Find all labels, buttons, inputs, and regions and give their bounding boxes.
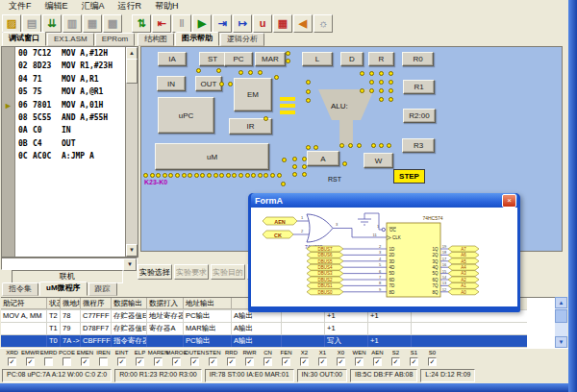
toolbar-button[interactable]: ⇊	[42, 14, 62, 33]
close-icon[interactable]: ×	[502, 194, 516, 208]
signal-checkbox[interactable]: ✓	[209, 357, 217, 366]
data-tab[interactable]: 指令集	[2, 282, 38, 296]
panel-tab[interactable]: EX1.ASM	[47, 33, 94, 46]
toolbar-button[interactable]: ▨	[2, 14, 21, 33]
forma-title-bar[interactable]: FormA ×	[251, 193, 517, 208]
signal-checkbox[interactable]: ✓	[245, 357, 254, 366]
experiment-button[interactable]: 实验要求	[174, 264, 209, 280]
table-scrollbar[interactable]: ▲ ▼	[555, 297, 567, 348]
toolbar-button[interactable]: ▩	[103, 14, 122, 33]
toolbar-button[interactable]: ↦	[233, 14, 252, 33]
signal-checkbox[interactable]: ✓	[8, 357, 16, 366]
panel-tab[interactable]: EPRom	[95, 33, 136, 46]
panel-tab[interactable]: 调试窗口	[2, 32, 46, 46]
block-l[interactable]: L	[302, 52, 333, 66]
code-scrollbar[interactable]: ▲ ▼	[125, 47, 138, 257]
code-line[interactable]: 05 75 MOV A,@R1	[18, 87, 125, 100]
code-line[interactable]: 0B C4 OUT	[18, 139, 125, 152]
toolbar-button[interactable]: ⇥	[213, 14, 232, 33]
scroll-thumb[interactable]	[555, 309, 567, 323]
toolbar-button[interactable]: ⇤	[152, 14, 171, 33]
menu-item[interactable]: 帮助H	[148, 0, 186, 12]
signal-checkbox[interactable]: ✓	[190, 357, 199, 366]
scroll-down-icon[interactable]: ▼	[555, 336, 567, 348]
menu-item[interactable]: 文件F	[2, 0, 38, 12]
block-pc[interactable]: PC	[224, 52, 253, 66]
signal-checkbox[interactable]	[99, 357, 108, 366]
block-upc[interactable]: uPC	[158, 97, 214, 134]
toolbar-button[interactable]: ⇅	[132, 14, 151, 33]
signal-checkbox[interactable]: ✓	[263, 357, 272, 366]
block-a[interactable]: A	[307, 151, 339, 166]
block-r[interactable]: R	[368, 52, 394, 66]
signal: S2 ✓	[387, 349, 405, 368]
block-w[interactable]: W	[364, 153, 393, 168]
toolbar-button[interactable]: ▦	[273, 14, 292, 33]
toolbar-button[interactable]: ‖	[172, 14, 191, 33]
toolbar-button[interactable]: ▶	[192, 14, 212, 33]
code-line[interactable]: 02 8D23 MOV R1,#23H	[18, 61, 125, 74]
signal-checkbox[interactable]: ✓	[428, 357, 437, 366]
scroll-up-icon[interactable]: ▲	[555, 297, 567, 308]
block-r1[interactable]: R1	[403, 80, 435, 94]
block-st[interactable]: ST	[199, 52, 226, 66]
table-row[interactable]: T1 79 D78FF7 存贮器值EM 寄存器A MAR输出 A输出 +1	[1, 323, 527, 335]
toolbar-button[interactable]: ☼	[314, 14, 333, 33]
block-mar[interactable]: MAR	[255, 52, 286, 66]
view-tab[interactable]: 图示帮助	[175, 32, 219, 46]
signal-checkbox[interactable]: ✓	[81, 357, 89, 366]
block-ia[interactable]: IA	[158, 52, 187, 66]
signal-checkbox[interactable]: ✓	[410, 357, 418, 366]
experiment-button[interactable]: 实验选择	[138, 264, 172, 280]
view-tab[interactable]: 逻辑分析	[220, 33, 264, 46]
code-line[interactable]: 0C AC0C A:JMP A	[18, 152, 125, 164]
step-button[interactable]: STEP	[393, 169, 425, 184]
block-r3[interactable]: R3	[402, 138, 435, 153]
signal-checkbox[interactable]: ✓	[172, 357, 181, 366]
toolbar-button[interactable]: ▤	[22, 14, 41, 33]
view-tab[interactable]: 结构图	[138, 33, 174, 46]
code-line[interactable]: 04 71 MOV A,R1	[18, 75, 125, 87]
block-r2[interactable]: R2:00	[403, 109, 436, 123]
signal-checkbox[interactable]: ✓	[26, 357, 35, 366]
signal-checkbox[interactable]: ✓	[337, 357, 345, 366]
table-row[interactable]: T0 7A -> CBFFFF 指令寄存器 PC输出 A输出 写入 +1	[1, 335, 527, 348]
signal-checkbox[interactable]: ✓	[391, 357, 400, 366]
signal-checkbox[interactable]: ✓	[117, 357, 126, 366]
signal-checkbox[interactable]: ✓	[136, 357, 144, 366]
block-d[interactable]: D	[340, 52, 364, 66]
signal-checkbox[interactable]	[63, 357, 71, 366]
scroll-down-icon[interactable]: ▼	[126, 244, 138, 257]
block-in[interactable]: IN	[157, 76, 186, 91]
program-select-combo[interactable]: ▼	[1, 257, 138, 270]
code-line[interactable]: 06 7801 MOV A,01H	[18, 101, 125, 113]
block-em[interactable]: EM	[234, 78, 272, 111]
data-tab[interactable]: uM微程序	[39, 282, 88, 296]
signal-checkbox[interactable]: ✓	[282, 357, 290, 366]
experiment-button[interactable]: 实验目的	[211, 264, 245, 280]
scroll-thumb[interactable]	[126, 59, 138, 84]
signal: RRD ✓	[222, 349, 240, 368]
signal-checkbox[interactable]: ✓	[373, 357, 382, 366]
toolbar-button[interactable]: ▦	[83, 14, 102, 33]
data-tab[interactable]: 跟踪	[88, 282, 117, 296]
menu-item[interactable]: 运行R	[112, 0, 149, 12]
toolbar-button[interactable]: u	[253, 14, 272, 33]
signal-checkbox[interactable]: ✓	[227, 357, 236, 366]
menu-item[interactable]: 汇编A	[75, 0, 112, 12]
toolbar-button[interactable]: ▥	[63, 14, 82, 33]
signal-checkbox[interactable]	[44, 357, 53, 366]
signal-checkbox[interactable]: ✓	[355, 357, 364, 366]
code-line[interactable]: 0A C0 IN	[18, 126, 125, 138]
block-um[interactable]: uM	[155, 143, 269, 170]
signal-checkbox[interactable]: ✓	[318, 357, 327, 366]
toolbar-button[interactable]: ◀	[293, 14, 313, 33]
signal-checkbox[interactable]: ✓	[154, 357, 163, 366]
code-line[interactable]: 00 7C12 MOV A,#12H	[18, 49, 125, 61]
code-line[interactable]: 08 5C55 AND A,#55H	[18, 113, 125, 126]
block-out[interactable]: OUT	[195, 76, 222, 91]
signal-checkbox[interactable]: ✓	[300, 357, 309, 366]
block-r0[interactable]: R0	[402, 52, 434, 66]
menu-item[interactable]: 编辑E	[38, 0, 75, 12]
combo-dropdown-icon[interactable]: ▼	[123, 258, 137, 271]
